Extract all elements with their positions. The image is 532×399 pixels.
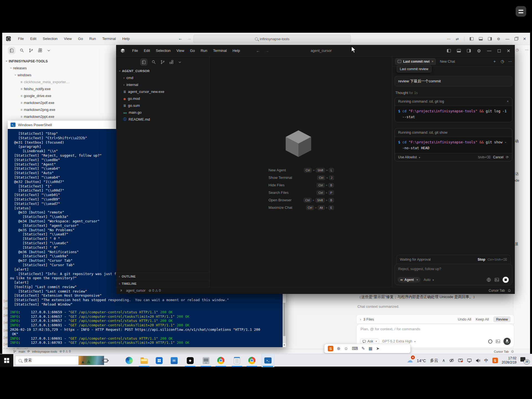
toggle-right-panel-icon[interactable] [488,37,492,40]
cursor-app-icon[interactable]: ◆ [184,354,196,367]
mail-icon[interactable]: ✉ [168,354,180,367]
back-arrow-icon[interactable]: ← [256,48,260,53]
tree-row[interactable]: go.mod [116,95,209,102]
menu-item[interactable]: Help [232,49,240,53]
model-selector[interactable]: GPT-5.2 Extra High ▾ [382,339,415,343]
capture-app-icon[interactable] [200,354,212,367]
gear-icon[interactable]: ⚙ [477,48,481,54]
more-icon[interactable]: ⋯ [508,59,512,64]
overlay-menu-icon[interactable] [516,6,526,17]
problems-indicator[interactable]: ⊘ 0 ⚠ 0 [60,350,71,353]
chat-tab-active[interactable]: › Last commit revi × [395,58,436,65]
ime-tool-icon[interactable]: ➤ [376,346,380,351]
menu-item[interactable]: File [18,37,24,41]
use-allowlist-button[interactable]: Use Allowlist ▾ [398,155,420,159]
more-icon[interactable]: ⋯ [525,48,528,52]
screen-sync-icon[interactable] [458,358,463,363]
close-tab-icon[interactable]: × [431,60,433,63]
eye-off-icon[interactable] [449,358,454,363]
menu-item[interactable]: Selection [43,37,57,41]
start-button[interactable] [0,354,13,367]
branch-name[interactable]: main [19,350,25,353]
ime-tool-icon[interactable]: ⊕ [337,346,341,351]
extensions-icon[interactable] [38,48,42,53]
image-icon[interactable] [495,278,499,282]
scrollbar-thumb[interactable] [283,303,285,336]
front-explorer-root[interactable]: › AGENT_CURSOR [119,69,209,73]
tree-row[interactable]: cmd [116,74,209,81]
model-auto-selector[interactable]: Auto ▾ [424,278,434,282]
tree-row[interactable]: feishu_notify.exe [2,85,116,92]
powershell-titlebar[interactable]: >_ Windows PowerShell [8,121,116,129]
tree-row[interactable]: INFINISYNAPSE-TOOLS [2,58,116,65]
workspace-name[interactable]: agent_cursor [126,289,145,293]
toggle-bottom-panel-icon[interactable] [479,37,483,40]
tree-row[interactable]: markdown2ppt.exe [2,113,116,120]
sync-icon[interactable]: ⇄ [456,37,459,41]
chrome-icon[interactable] [215,354,227,367]
menu-item[interactable]: Go [190,49,195,53]
ime-tool-icon[interactable]: ☺ [344,346,348,351]
tray-clock[interactable]: 17:02 2026/2/19 [502,356,516,365]
add-chat-icon[interactable]: ＋ [493,59,497,64]
weather-icon[interactable]: ☁4 [407,357,413,364]
store-icon[interactable] [153,354,165,367]
timeline-panel[interactable]: ›TIMELINE [116,280,209,287]
ime-tool-icon[interactable]: ▦ [369,346,372,351]
notepad-icon[interactable] [231,354,243,367]
review-button[interactable]: Review [493,316,511,322]
mic-button[interactable] [503,338,511,345]
tree-row[interactable]: go.sum [116,102,209,109]
source-control-icon[interactable] [29,48,33,53]
toggle-right-panel-icon[interactable] [467,49,471,52]
agent-mode-selector[interactable]: ∞ Agent ▾ [398,277,421,283]
problems-indicator[interactable]: ⊘ 0 ⚠ 0 [149,289,161,293]
menu-item[interactable]: Edit [144,49,150,53]
sogou-icon[interactable]: S [328,346,333,351]
temperature[interactable]: 14°C [417,358,426,363]
close-button[interactable]: ✕ [507,48,510,54]
menu-item[interactable]: File [132,49,138,53]
powershell-taskbar-icon[interactable]: >_ [262,354,274,367]
menu-item[interactable]: Run [201,49,207,53]
tree-row[interactable]: clickhouse_meta_exporter.... [2,78,116,85]
network-display-icon[interactable] [467,359,472,363]
menu-item[interactable]: Help [122,37,130,41]
globe-icon[interactable] [487,278,491,282]
menu-item[interactable]: Edit [30,37,36,41]
project-name[interactable]: infinisynapse-tools [32,350,57,353]
tree-row[interactable]: main.go [116,109,209,116]
minimize-button[interactable]: — [487,48,492,53]
bell-icon[interactable] [508,289,511,292]
bell-icon[interactable] [511,350,514,353]
stop-generation-button[interactable] [503,277,509,283]
history-icon[interactable]: ◷ [516,48,519,52]
tree-row[interactable]: windows [2,72,116,78]
extensions-icon[interactable] [169,60,174,64]
user-message[interactable]: review 下最后一个commit [395,76,512,87]
restore-button[interactable] [515,37,518,40]
volume-icon[interactable] [476,359,480,363]
notification-center[interactable]: 38 [520,357,530,364]
back-arrow-icon[interactable]: ← [178,36,183,41]
chrome-icon-2[interactable] [246,354,258,367]
ime-tool-icon[interactable]: ⌨ [352,346,358,351]
forward-arrow-icon[interactable]: → [265,48,269,53]
bg-command-center-search[interactable]: infinisynapse-tools [193,35,351,43]
source-control-icon[interactable] [160,60,165,64]
menu-item[interactable]: View [64,37,72,41]
menu-item[interactable]: Terminal [213,49,227,53]
weather-condition[interactable]: 多云 [430,358,438,363]
search-sidebar-icon[interactable] [152,60,156,64]
menu-item[interactable]: Go [78,37,83,41]
tree-row[interactable]: README.md [116,116,209,123]
menu-item[interactable]: View [177,49,184,53]
undo-all-button[interactable]: Undo All [458,317,471,321]
cursor-tab-status[interactable]: Cursor Tab [494,350,509,353]
edge-icon[interactable] [123,354,135,367]
thought-label[interactable]: Thought for 1s [395,91,418,95]
more-actions-icon[interactable]: ⋯ [447,37,451,41]
sogou-tray-icon[interactable]: S [492,358,498,363]
taskbar-search[interactable]: 搜索 [15,356,104,365]
tree-row[interactable]: releases [2,65,116,72]
